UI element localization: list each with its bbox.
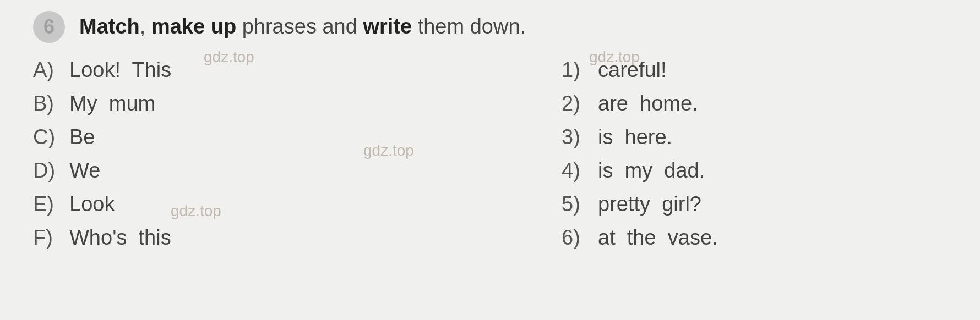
item-text-2: are home. xyxy=(598,92,698,115)
item-text-a: Look! This xyxy=(69,58,171,82)
list-item: B) My mum xyxy=(33,92,374,115)
item-text-c: Be xyxy=(69,125,95,149)
item-text-4: is my dad. xyxy=(598,159,705,183)
exercise-number: 6 xyxy=(33,11,65,43)
item-text-3: is here. xyxy=(598,125,672,149)
word-match: Match xyxy=(79,15,140,38)
list-item: 5) pretty girl? xyxy=(562,192,947,216)
item-label-c: C) xyxy=(33,125,62,149)
list-item: 6) at the vase. xyxy=(562,226,947,250)
item-label-f: F) xyxy=(33,226,62,250)
instruction: Match, make up phrases and write them do… xyxy=(79,14,526,40)
item-number-2: 2) xyxy=(562,92,590,115)
word-up: up xyxy=(211,15,236,38)
watermark-1: gdz.top xyxy=(204,48,254,66)
item-label-e: E) xyxy=(33,192,62,216)
word-write: write xyxy=(363,15,412,38)
list-item: 3) is here. xyxy=(562,125,947,149)
watermark-2: gdz.top xyxy=(589,48,640,66)
list-item: 2) are home. xyxy=(562,92,947,115)
header-row: 6 Match, make up phrases and write them … xyxy=(33,11,947,43)
watermark-4: gdz.top xyxy=(171,202,221,220)
word-phrases-and: phrases and xyxy=(242,15,363,38)
item-text-6: at the vase. xyxy=(598,226,718,250)
item-text-e: Look xyxy=(69,192,115,216)
word-them-down: them down. xyxy=(418,15,526,38)
item-text-f: Who's this xyxy=(69,226,171,250)
item-label-d: D) xyxy=(33,159,62,183)
right-column: 1) careful! 2) are home. 3) is here. 4) … xyxy=(562,58,947,260)
content-area: A) Look! This B) My mum C) Be D) We E) L… xyxy=(33,58,947,260)
item-label-b: B) xyxy=(33,92,62,115)
comma: , xyxy=(140,15,146,38)
item-label-a: A) xyxy=(33,58,62,82)
item-number-3: 3) xyxy=(562,125,590,149)
item-text-d: We xyxy=(69,159,100,183)
item-number-6: 6) xyxy=(562,226,590,250)
item-text-5: pretty girl? xyxy=(598,192,701,216)
word-make: make xyxy=(151,15,205,38)
page-container: gdz.top gdz.top gdz.top gdz.top 6 Match,… xyxy=(0,0,980,320)
list-item: C) Be xyxy=(33,125,374,149)
left-column: A) Look! This B) My mum C) Be D) We E) L… xyxy=(33,58,374,260)
item-number-4: 4) xyxy=(562,159,590,183)
item-number-5: 5) xyxy=(562,192,590,216)
list-item: 4) is my dad. xyxy=(562,159,947,183)
item-number-1: 1) xyxy=(562,58,590,82)
list-item: F) Who's this xyxy=(33,226,374,250)
item-text-b: My mum xyxy=(69,92,155,115)
watermark-3: gdz.top xyxy=(363,142,414,159)
list-item: D) We xyxy=(33,159,374,183)
